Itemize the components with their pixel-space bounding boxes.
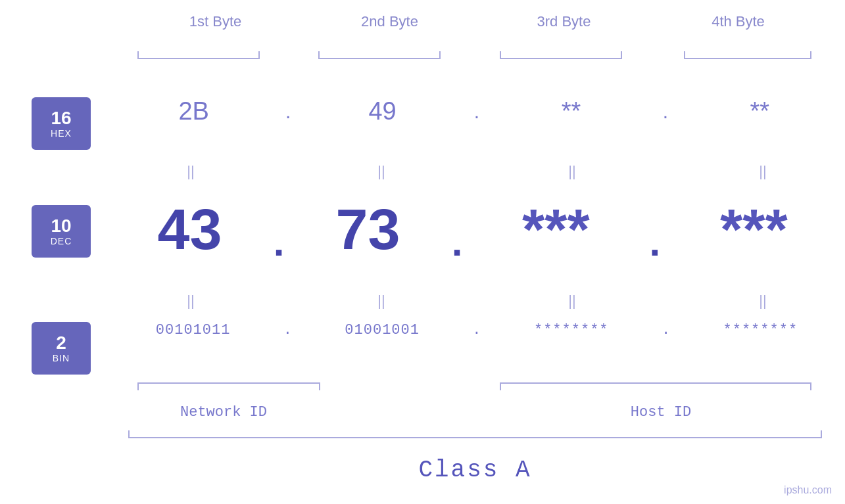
hex-val-3: ** [531,97,610,126]
eq-1-4: || [723,163,802,180]
class-label: Class A [128,457,822,484]
bracket-corner-br-host [810,382,811,390]
eq-1-2: || [342,163,421,180]
dec-val-2: 73 [329,196,408,263]
base-name-dec: DEC [51,236,72,246]
bin-val-2: 01001001 [343,322,422,338]
base-num-bin: 2 [56,333,66,354]
host-id-label: Host ID [496,404,825,421]
eq-1-1: || [151,163,230,180]
bracket-top-3 [500,58,622,59]
bracket-corner-bl-host [500,382,501,390]
dec-val-3: *** [506,196,605,263]
eq-2-3: || [533,292,612,309]
bracket-corner-tl-4 [684,51,685,59]
dec-row: 43 . 73 . *** . *** [128,196,825,263]
hex-dot-3: . [663,101,668,123]
watermark: ipshu.com [784,484,832,496]
bracket-corner-bottom-r [821,430,822,438]
hex-dot-2: . [474,101,479,123]
base-label-bin: 2 BIN [32,322,91,375]
hex-val-4: ** [720,97,799,126]
bin-dot-2: . [472,322,481,338]
hex-val-1: 2B [155,97,233,126]
col-header-2: 2nd Byte [302,13,477,30]
bracket-bottom-network [137,382,320,384]
base-label-hex: 16 HEX [32,97,91,150]
eq-2-4: || [723,292,802,309]
base-name-hex: HEX [51,128,72,139]
col-header-3: 3rd Byte [477,13,651,30]
bracket-corner-br-net [319,382,320,390]
bracket-corner-tl-1 [137,51,139,59]
bracket-corner-tr-1 [258,51,260,59]
bracket-bottom-host [500,382,811,384]
eq-2-2: || [342,292,421,309]
base-num-hex: 16 [51,108,71,129]
bracket-corner-tl-2 [318,51,320,59]
bracket-corner-tr-2 [439,51,441,59]
col-header-1: 1st Byte [128,13,302,30]
bracket-top-2 [318,58,441,59]
base-num-dec: 10 [51,216,71,237]
main-container: 1st Byte 2nd Byte 3rd Byte 4th Byte 16 H… [0,0,845,504]
hex-val-2: 49 [343,97,422,126]
bin-val-4: ******** [721,322,800,338]
base-name-bin: BIN [53,353,70,363]
bracket-corner-tl-3 [500,51,501,59]
eq-row-1: || || || || [128,163,825,180]
dec-val-4: *** [704,196,803,263]
column-headers: 1st Byte 2nd Byte 3rd Byte 4th Byte [128,13,825,30]
bin-dot-3: . [662,322,670,338]
bracket-corner-tr-4 [810,51,811,59]
bin-dot-1: . [283,322,292,338]
network-id-label: Network ID [128,404,319,421]
id-labels: Network ID Host ID [128,404,825,421]
bin-val-1: 00101011 [154,322,233,338]
eq-1-3: || [533,163,612,180]
col-header-4: 4th Byte [651,13,825,30]
bracket-corner-tr-3 [621,51,622,59]
bin-row: 00101011 . 01001001 . ******** . *******… [128,322,825,338]
dec-val-1: 43 [151,196,229,263]
hex-row: 2B . 49 . ** . ** [128,97,825,126]
eq-row-2: || || || || [128,292,825,309]
bracket-corner-bl-net [137,382,139,390]
bottom-bracket [128,437,822,438]
base-label-dec: 10 DEC [32,205,91,258]
bin-val-3: ******** [532,322,611,338]
eq-2-1: || [151,292,230,309]
dec-dot-1: . [274,196,285,262]
hex-dot-1: . [285,101,291,123]
dec-dot-3: . [650,196,661,262]
dec-dot-2: . [452,196,463,262]
bracket-top-4 [684,58,811,59]
bracket-corner-bottom-l [128,430,130,438]
bracket-top-1 [137,58,260,59]
